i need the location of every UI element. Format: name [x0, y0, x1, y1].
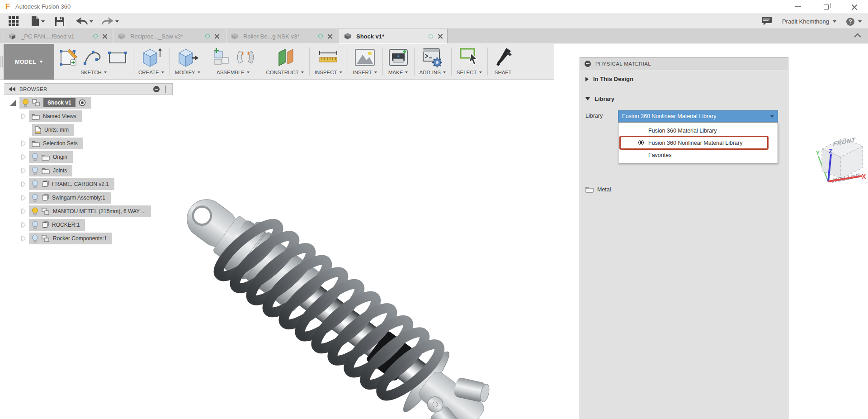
material-category-metal[interactable]: Metal [585, 186, 611, 193]
in-this-design-section[interactable]: In This Design [580, 70, 788, 88]
new-component-icon[interactable] [211, 48, 231, 67]
ribbon-group-label[interactable]: ADD-INS [420, 70, 441, 75]
save-button[interactable] [55, 16, 65, 26]
panel-minimize-icon[interactable] [585, 61, 591, 67]
ribbon-group-label[interactable]: CONSTRUCT [266, 70, 299, 75]
ribbon-group-label[interactable]: MAKE [388, 70, 403, 75]
tab-shock-active[interactable]: Shock v1* [339, 29, 448, 43]
activate-component-icon[interactable] [79, 99, 86, 106]
tree-item-label[interactable]: Joints [53, 167, 67, 174]
expanded-arrow-icon[interactable] [10, 100, 16, 106]
collapsed-arrow-icon[interactable] [22, 222, 25, 228]
tree-item-label[interactable]: Swingarm Assembly:1 [52, 195, 105, 201]
library-option[interactable]: Favorites [618, 149, 778, 161]
tab-reciproc-saw[interactable]: Reciproc..._Saw v2* [113, 29, 224, 43]
ribbon-group-label[interactable]: CREATE [138, 70, 159, 75]
tree-row[interactable]: Origin [22, 151, 73, 163]
collapsed-arrow-icon[interactable] [22, 181, 25, 187]
ribbon-group-label[interactable]: SELECT [457, 70, 477, 75]
collapse-left-icon[interactable] [9, 87, 16, 91]
tree-row[interactable]: Swingarm Assembly:1 [22, 192, 111, 204]
ribbon-group-label[interactable]: MODIFY [175, 70, 195, 75]
ribbon-group-label[interactable]: SHAFT [495, 70, 512, 75]
tree-row[interactable]: Joints [22, 165, 72, 176]
browser-minimize-icon[interactable] [153, 86, 160, 92]
measure-icon[interactable] [317, 48, 339, 67]
rectangle-icon[interactable] [108, 50, 127, 65]
help-menu[interactable]: ? [846, 18, 862, 26]
extrude-box-icon[interactable] [140, 47, 162, 68]
collapsed-arrow-icon[interactable] [22, 114, 25, 119]
tree-row[interactable]: Rocker Components:1 [22, 233, 112, 244]
insert-image-icon[interactable] [354, 48, 375, 67]
browser-panel-header[interactable]: BROWSER [5, 83, 173, 95]
ribbon-group-label[interactable]: SKETCH [80, 70, 102, 75]
tree-item-label[interactable]: ROCKER:1 [52, 222, 80, 228]
redo-button[interactable] [101, 16, 119, 26]
app-grid-button[interactable] [8, 16, 19, 27]
collapsed-arrow-icon[interactable] [22, 195, 25, 200]
tab-roller-bearing[interactable]: Roller Be...g NSK v3* [226, 29, 337, 43]
file-menu-button[interactable] [31, 16, 45, 27]
collapsed-arrow-icon[interactable] [22, 141, 25, 146]
tree-row[interactable]: ROCKER:1 [22, 219, 85, 231]
spline-icon[interactable] [83, 49, 103, 66]
workspace-selector[interactable]: MODEL [4, 44, 54, 80]
bulb-off-icon[interactable] [32, 221, 38, 229]
collapsed-arrow-icon[interactable] [22, 168, 25, 173]
tree-item-label[interactable]: Selection Sets [43, 140, 78, 147]
library-section[interactable]: Library [580, 90, 788, 108]
ribbon-group-label[interactable]: ASSEMBLE [217, 70, 245, 75]
view-cube[interactable]: FRONT BOTTOM Y Z X [809, 128, 866, 190]
tree-row[interactable]: MANITOU METEL (215mm), 6 WAY ... [22, 205, 151, 217]
select-icon[interactable] [458, 47, 480, 68]
library-option-selected[interactable]: Fusion 360 Nonlinear Material Library [618, 137, 778, 149]
tree-row[interactable]: Units: mm [32, 124, 74, 136]
tree-row[interactable]: Selection Sets [22, 138, 83, 149]
library-dropdown[interactable]: Fusion 360 Nonlinear Material Library [618, 110, 778, 122]
scripts-addins-icon[interactable] [422, 48, 443, 67]
tree-row[interactable]: Named Views [22, 110, 82, 122]
tree-item-label[interactable]: Shock v1 [43, 98, 75, 107]
tab-close-icon[interactable] [327, 34, 332, 39]
tree-item-label[interactable]: Rocker Components:1 [53, 235, 107, 242]
bulb-off-icon[interactable] [32, 153, 38, 162]
shaft-tool-icon[interactable] [493, 47, 514, 68]
create-sketch-icon[interactable] [60, 48, 79, 67]
tab-close-icon[interactable] [102, 34, 107, 39]
tree-item-label[interactable]: FRAME, CARBON v2:1 [52, 181, 109, 187]
construction-plane-icon[interactable] [274, 47, 295, 68]
chevron-up-icon[interactable] [854, 33, 862, 38]
bulb-off-icon[interactable] [32, 234, 38, 243]
bulb-on-icon[interactable] [22, 99, 29, 107]
joint-icon[interactable] [236, 48, 255, 67]
tree-row-root[interactable]: Shock v1 [10, 97, 91, 109]
bulb-off-icon[interactable] [32, 194, 38, 202]
ribbon-group-label[interactable]: INSERT [353, 70, 372, 75]
press-pull-icon[interactable] [176, 47, 199, 68]
browser-resize-handle[interactable] [165, 86, 166, 93]
window-close-button[interactable] [840, 0, 868, 14]
window-minimize-button[interactable] [784, 0, 812, 14]
ribbon-grip-handle[interactable] [0, 44, 4, 79]
tab-close-icon[interactable] [214, 34, 219, 39]
tab-pc-fan[interactable]: _PC FAN....f9aed v1 [4, 29, 112, 43]
window-restore-button[interactable] [812, 0, 840, 14]
library-option[interactable]: Fusion 360 Material Library [618, 124, 778, 137]
shock-absorber-model[interactable] [177, 199, 534, 419]
bulb-on-icon[interactable] [32, 207, 38, 216]
physical-material-header[interactable]: PHYSICAL MATERIAL [580, 57, 788, 70]
bulb-off-icon[interactable] [32, 167, 38, 175]
tree-item-label[interactable]: Origin [53, 154, 67, 160]
3d-print-icon[interactable] [388, 48, 409, 67]
tab-close-icon[interactable] [438, 34, 443, 39]
collapsed-arrow-icon[interactable] [22, 154, 25, 160]
collapsed-arrow-icon[interactable] [22, 236, 25, 241]
tree-row[interactable]: FRAME, CARBON v2:1 [22, 178, 114, 190]
undo-button[interactable] [75, 16, 93, 26]
collapsed-arrow-icon[interactable] [22, 209, 25, 214]
user-account-menu[interactable]: Pradit Khemthong [782, 18, 836, 25]
tree-item-label[interactable]: Units: mm [44, 127, 69, 133]
ribbon-group-label[interactable]: INSPECT [315, 70, 337, 75]
bulb-off-icon[interactable] [32, 180, 38, 189]
